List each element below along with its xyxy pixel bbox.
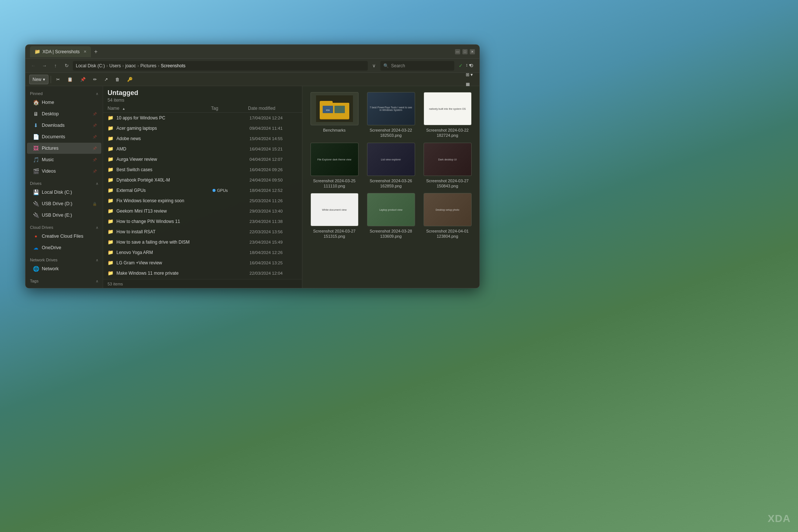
sidebar-item-pictures[interactable]: 🖼 Pictures 📌 [27,143,101,154]
new-button-label: New [33,77,41,82]
breadcrumb-bar[interactable]: Local Disk (C:) › Users › joaoc › Pictur… [73,61,368,71]
breadcrumb-joaoc[interactable]: joaoc [125,63,136,68]
breadcrumb-local-disk[interactable]: Local Disk (C:) [76,63,105,68]
preview-thumb-ss1: 7 best PowerToys Tools I want to see in … [367,92,415,125]
file-row[interactable]: 📁 Make Windows 11 more private 22/03/202… [103,268,302,278]
view-button[interactable]: ⊞ ▾ [463,70,476,79]
sidebar-item-creative-cloud[interactable]: ● Creative Cloud Files [27,231,101,242]
sidebar-item-home[interactable]: 🏠 Home [27,97,101,108]
preview-item-benchmarks[interactable]: XDA Benchmarks [308,92,360,138]
col-header-date[interactable]: Date modified [248,106,302,111]
close-button[interactable]: ✕ [470,49,475,54]
file-date: 17/04/2024 12:24 [249,116,302,120]
usb-d-lock: 🔒 [92,202,97,206]
xda-watermark: XDA [768,513,791,525]
file-row[interactable]: 📁 Aurga Viewer review 04/04/2024 12:07 F… [103,154,302,165]
file-area: Untagged 54 items Name ▲ Tag Date modifi… [103,86,302,288]
preview-item-ss7[interactable]: Laptop product view Screenshot 2024-03-2… [365,193,417,239]
delete-button[interactable]: 🗑 [112,75,123,84]
music-pin: 📌 [92,158,97,162]
breadcrumb-pictures[interactable]: Pictures [140,63,156,68]
file-row[interactable]: 📁 Dynabook Portégé X40L-M 24/04/2024 09:… [103,175,302,185]
sidebar-creative-cloud-label: Creative Cloud Files [42,234,84,239]
share-button[interactable]: ↗ [101,75,111,84]
file-row[interactable]: 📁 External GPUs GPUs 18/04/2024 12:52 Fo… [103,185,302,196]
paste-button[interactable]: 📌 [77,75,89,84]
file-row[interactable]: 📁 How to install RSAT 22/03/2024 13:56 F… [103,227,302,237]
tab-close-icon[interactable]: ✕ [84,50,86,54]
sidebar-network-label: Network [42,266,59,271]
preview-item-ss1[interactable]: 7 best PowerToys Tools I want to see in … [365,92,417,138]
file-row[interactable]: 📁 Lenovo Yoga ARM 18/04/2024 12:26 Folde… [103,247,302,258]
preview-thumb-ss7: Laptop product view [367,193,415,226]
copy-button[interactable]: 📋 [64,75,76,84]
sidebar-item-onedrive[interactable]: ☁ OneDrive [27,242,101,253]
file-row[interactable]: 📁 Adobe news 15/04/2024 14:55 Folder [103,133,302,144]
sidebar-item-desktop[interactable]: 🖥 Desktop 📌 [27,108,101,119]
sidebar-item-usb-e[interactable]: 🔌 USB Drive (E:) [27,210,101,221]
rename-button[interactable]: ✏ [90,75,100,84]
new-tab-button[interactable]: + [91,47,101,57]
breadcrumb-dropdown[interactable]: ∨ [369,61,379,71]
back-button[interactable]: ← [28,61,38,71]
new-button[interactable]: New ▾ [29,75,48,84]
preview-item-ss8[interactable]: Desktop setup photo Screenshot 2024-04-0… [421,193,473,239]
file-row[interactable]: 📁 LG Gram +View review 16/04/2024 13:25 … [103,258,302,268]
sidebar-usb-d-label: USB Drive (D:) [42,201,72,206]
file-row[interactable]: 📁 Geekom Mini IT13 review 29/03/2024 13:… [103,206,302,216]
network-drives-collapse-icon[interactable]: ∧ [96,258,98,262]
sidebar-item-usb-d[interactable]: 🔌 USB Drive (D:) 🔒 [27,198,101,209]
downloads-icon: ⬇ [33,122,39,128]
col-header-tag[interactable]: Tag [211,106,248,111]
file-row[interactable]: 📁 Acer gaming laptops 09/04/2024 11:41 F… [103,123,302,133]
sidebar-item-network[interactable]: 🌐 Network [27,263,101,274]
file-date: 22/03/2024 12:04 [249,271,302,275]
file-row[interactable]: 📁 How to save a failing drive with DISM … [103,237,302,247]
videos-pin: 📌 [92,169,97,173]
drives-collapse-icon[interactable]: ∧ [96,182,98,186]
search-bar[interactable]: 🔍 Search [380,61,454,71]
breadcrumb-screenshots[interactable]: Screenshots [161,63,186,68]
refresh-button[interactable]: ↻ [62,61,71,71]
folder-icon: 📁 [108,270,113,276]
active-tab[interactable]: 📁 XDA | Screenshots ✕ [30,46,91,57]
preview-item-ss5[interactable]: Dark desktop UI Screenshot 2024-03-27 15… [421,143,473,189]
file-date: 16/04/2024 15:21 [249,147,302,151]
folder-icon: 📁 [108,177,113,183]
pinned-collapse-icon[interactable]: ∧ [96,92,98,96]
maximize-button[interactable]: □ [462,49,468,54]
sidebar-item-videos[interactable]: 🎬 Videos 📌 [27,166,101,177]
file-list-header: Untagged 54 items [103,86,302,103]
col-header-name[interactable]: Name ▲ [108,106,211,111]
file-row[interactable]: 📁 Fix Windows license expiring soon 25/0… [103,196,302,206]
sidebar-item-music[interactable]: 🎵 Music 📌 [27,154,101,165]
preview-label-ss2: Screenshot 2024-03-22 182724.png [424,128,472,138]
cut-button[interactable]: ✂ [53,75,63,84]
minimize-button[interactable]: — [455,49,460,54]
preview-item-ss4[interactable]: List view explorer Screenshot 2024-03-26… [365,143,417,189]
file-name: 10 apps for Windows PC [116,115,213,121]
cloud-drives-collapse-icon[interactable]: ∧ [96,226,98,230]
status-bar: 53 items [103,279,302,288]
breadcrumb-users[interactable]: Users [109,63,121,68]
sidebar-item-tag-home[interactable]: ● Home [27,284,101,288]
file-row[interactable]: 📁 AMD 16/04/2024 15:21 Folder [103,144,302,154]
file-row[interactable]: 📁 Best Switch cases 16/04/2024 09:26 Fol… [103,165,302,175]
documents-pin: 📌 [92,135,97,139]
preview-item-ss6[interactable]: White document view Screenshot 2024-03-2… [308,193,360,239]
properties-button[interactable]: 🔑 [124,75,136,84]
file-date: 18/04/2024 12:26 [249,250,302,255]
preview-item-ss2[interactable]: natively built into the system OS Screen… [421,92,473,138]
up-button[interactable]: ↑ [51,61,60,71]
forward-button[interactable]: → [40,61,49,71]
tags-collapse-icon[interactable]: ∧ [96,279,98,283]
home-icon: 🏠 [33,99,39,105]
file-row[interactable]: 📁 10 apps for Windows PC 17/04/2024 12:2… [103,113,302,123]
preview-label-benchmarks: Benchmarks [323,128,346,133]
file-row[interactable]: 📁 How to change PIN Windows 11 23/04/202… [103,216,302,227]
sidebar-item-local-c[interactable]: 💾 Local Disk (C:) [27,187,101,198]
sidebar-item-downloads[interactable]: ⬇ Downloads 📌 [27,120,101,131]
preview-item-ss3[interactable]: File Explorer dark theme view Screenshot… [308,143,360,189]
sort-button[interactable]: ↕ ▾ [463,60,476,70]
sidebar-item-documents[interactable]: 📄 Documents 📌 [27,131,101,142]
